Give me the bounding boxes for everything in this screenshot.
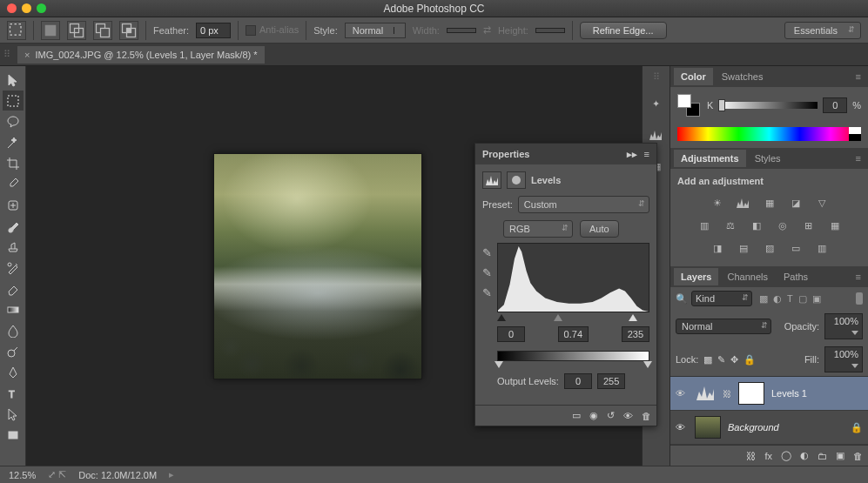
k-slider-handle[interactable] [718, 99, 725, 111]
minimize-window-button[interactable] [22, 3, 31, 13]
tool-preset-picker[interactable] [7, 21, 26, 40]
feather-input[interactable]: 0 px [196, 23, 231, 38]
preset-dropdown[interactable]: Custom [518, 196, 649, 213]
output-black-slider[interactable] [495, 361, 503, 368]
properties-header[interactable]: Properties ▸▸≡ [475, 144, 656, 164]
color-balance-icon[interactable]: ⚖ [722, 218, 739, 233]
layer-name[interactable]: Levels 1 [771, 388, 807, 399]
status-expand-icon[interactable]: ⤢ ⇱ [48, 469, 66, 480]
document-image[interactable] [213, 153, 422, 379]
visibility-toggle[interactable]: 👁 [676, 422, 688, 433]
photo-filter-icon[interactable]: ◎ [774, 218, 791, 233]
blend-mode-dropdown[interactable]: Normal [676, 319, 771, 334]
healing-brush-tool[interactable] [3, 195, 24, 215]
history-brush-tool[interactable] [3, 258, 24, 278]
auto-button[interactable]: Auto [580, 220, 619, 238]
subtract-selection-icon[interactable] [93, 21, 112, 40]
layer-style-icon[interactable]: fx [764, 451, 772, 461]
layer-name[interactable]: Background [728, 422, 779, 433]
filter-adjustment-icon[interactable]: ◐ [773, 293, 782, 305]
channel-dropdown[interactable]: RGB [503, 220, 573, 238]
lock-transparency-icon[interactable]: ▩ [703, 354, 712, 366]
curves-icon[interactable]: ▦ [761, 195, 778, 211]
eyedropper-tool[interactable] [3, 174, 24, 194]
intersect-selection-icon[interactable] [119, 21, 138, 40]
tab-color[interactable]: Color [674, 68, 713, 85]
close-tab-icon[interactable]: × [24, 50, 30, 60]
zoom-window-button[interactable] [37, 3, 46, 13]
crop-tool[interactable] [3, 153, 24, 173]
view-previous-icon[interactable]: ◉ [589, 410, 598, 421]
status-more-icon[interactable]: ▸ [169, 469, 174, 480]
tab-styles[interactable]: Styles [748, 150, 788, 167]
move-tool[interactable] [3, 70, 24, 90]
eraser-tool[interactable] [3, 278, 24, 299]
k-value[interactable]: 0 [823, 97, 847, 113]
input-black-value[interactable]: 0 [497, 326, 525, 342]
add-selection-icon[interactable] [67, 21, 86, 40]
channel-mixer-icon[interactable]: ⊞ [800, 218, 818, 233]
tab-paths[interactable]: Paths [777, 268, 815, 285]
histogram[interactable] [497, 243, 649, 312]
layer-thumb[interactable] [695, 416, 721, 439]
tab-grabber-icon[interactable]: ⠿ [3, 49, 10, 60]
dock-grabber-icon[interactable]: ⠿ [653, 71, 660, 83]
tab-channels[interactable]: Channels [720, 268, 774, 285]
visibility-toggle[interactable]: 👁 [676, 388, 688, 399]
tab-swatches[interactable]: Swatches [715, 68, 770, 85]
workspace-switcher[interactable]: Essentials [784, 22, 861, 39]
color-spectrum[interactable] [677, 127, 861, 141]
navigator-icon[interactable]: ✦ [646, 93, 667, 114]
refine-edge-button[interactable]: Refine Edge... [580, 22, 667, 39]
filter-toggle[interactable] [856, 292, 863, 305]
zoom-level[interactable]: 12.5% [9, 470, 36, 480]
doc-size[interactable]: Doc: 12.0M/12.0M [78, 470, 157, 480]
posterize-icon[interactable]: ▤ [735, 240, 752, 256]
vibrance-icon[interactable]: ▽ [813, 195, 831, 211]
marquee-tool[interactable] [3, 91, 24, 111]
color-panel-menu-icon[interactable]: ≡ [852, 71, 865, 82]
black-point-eyedropper[interactable]: ✎ [482, 246, 492, 259]
tab-layers[interactable]: Layers [674, 268, 718, 285]
input-slider[interactable] [497, 314, 649, 323]
style-dropdown[interactable]: Normal [345, 23, 406, 38]
layer-mask-thumb[interactable] [738, 382, 764, 405]
filter-type-icon[interactable]: T [787, 293, 793, 305]
canvas-area[interactable]: Properties ▸▸≡ Levels Preset: Custom RGB… [26, 66, 642, 466]
exposure-icon[interactable]: ◪ [787, 195, 804, 211]
opacity-value[interactable]: 100% [824, 313, 863, 339]
rectangle-tool[interactable] [3, 425, 24, 445]
layer-row-background[interactable]: 👁 Background 🔒 [670, 411, 868, 445]
adjustments-panel-menu-icon[interactable]: ≡ [852, 153, 865, 164]
invert-icon[interactable]: ◨ [709, 240, 726, 256]
layer-row-levels[interactable]: 👁 ⛓ Levels 1 [670, 377, 868, 411]
mask-icon[interactable] [507, 171, 526, 189]
black-white-icon[interactable]: ◧ [748, 218, 765, 233]
color-lookup-icon[interactable]: ▦ [826, 218, 844, 233]
threshold-icon[interactable]: ▨ [761, 240, 778, 256]
dodge-tool[interactable] [3, 341, 24, 361]
new-fill-adjustment-icon[interactable]: ◐ [800, 450, 809, 461]
magic-wand-tool[interactable] [3, 132, 24, 152]
mask-link-icon[interactable]: ⛓ [723, 389, 731, 399]
lock-pixels-icon[interactable]: ✎ [717, 354, 725, 366]
new-selection-icon[interactable] [41, 21, 60, 40]
white-point-eyedropper[interactable]: ✎ [482, 286, 492, 299]
hue-saturation-icon[interactable]: ▥ [696, 218, 713, 233]
brush-tool[interactable] [3, 216, 24, 236]
panel-menu-icon[interactable]: ≡ [644, 149, 649, 160]
collapse-icon[interactable]: ▸▸ [627, 149, 637, 160]
gradient-map-icon[interactable]: ▭ [787, 240, 804, 256]
clip-to-layer-icon[interactable]: ▭ [572, 410, 581, 421]
fill-value[interactable]: 100% [824, 346, 863, 372]
reset-icon[interactable]: ↺ [607, 410, 615, 421]
output-white-value[interactable]: 255 [597, 373, 625, 389]
gradient-tool[interactable] [3, 299, 24, 319]
k-slider-track[interactable] [718, 102, 818, 109]
gray-point-eyedropper[interactable]: ✎ [482, 266, 492, 279]
tab-adjustments[interactable]: Adjustments [674, 150, 746, 167]
lock-all-icon[interactable]: 🔒 [744, 354, 756, 366]
output-gradient[interactable] [497, 351, 649, 361]
link-layers-icon[interactable]: ⛓ [746, 451, 756, 461]
output-black-value[interactable]: 0 [564, 373, 592, 389]
